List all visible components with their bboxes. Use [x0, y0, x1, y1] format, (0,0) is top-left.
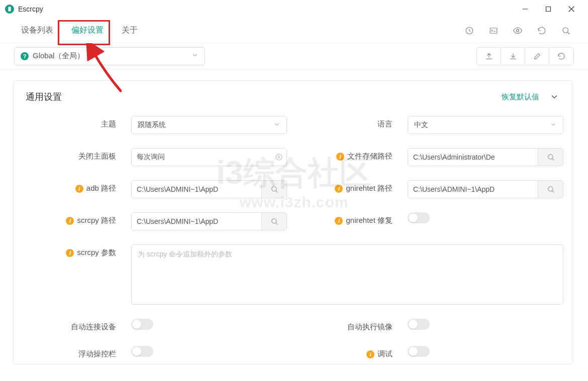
history-icon[interactable] — [464, 26, 474, 36]
auto-mirror-toggle[interactable] — [408, 319, 430, 330]
language-select[interactable]: 中文 — [408, 116, 563, 134]
reset-defaults-button[interactable]: 恢复默认值 — [502, 92, 539, 102]
chevron-down-icon — [273, 121, 280, 130]
close-panel-label: 关闭主面板 — [26, 148, 116, 161]
refresh-icon[interactable] — [537, 26, 547, 36]
float-bar-label: 浮动操控栏 — [26, 346, 116, 359]
auto-mirror-label: 自动执行镜像 — [302, 319, 393, 332]
info-icon: i — [366, 350, 374, 358]
svg-rect-2 — [546, 7, 551, 12]
close-panel-select[interactable] — [131, 148, 287, 166]
theme-label: 主题 — [26, 116, 116, 129]
svg-line-9 — [567, 32, 569, 34]
titlebar: Escrcpy — [0, 0, 588, 18]
app-title: Escrcpy — [18, 5, 43, 13]
toolbar-icons — [464, 26, 576, 36]
close-panel-input[interactable] — [132, 149, 271, 166]
info-icon: i — [75, 185, 83, 193]
scrcpy-path-label: iscrcpy 路径 — [26, 212, 116, 225]
clear-icon[interactable] — [271, 149, 286, 166]
reload-button[interactable] — [549, 48, 573, 65]
export-button[interactable] — [477, 48, 501, 65]
float-bar-toggle[interactable] — [131, 346, 153, 357]
close-button[interactable] — [560, 0, 583, 18]
adb-path-label: iadb 路径 — [26, 180, 116, 193]
section-header: 通用设置 恢复默认值 — [26, 91, 560, 103]
info-icon: i — [66, 217, 74, 225]
info-icon: i — [335, 185, 343, 193]
section-title: 通用设置 — [26, 91, 62, 103]
import-button[interactable] — [501, 48, 525, 65]
svg-line-14 — [275, 191, 277, 192]
chevron-down-icon — [191, 52, 199, 60]
file-path-input[interactable] — [408, 149, 538, 166]
app-icon — [5, 5, 14, 14]
scrcpy-path-input-group — [131, 212, 287, 230]
scopebar: ? Global（全局） — [0, 43, 588, 69]
scrcpy-args-label: iscrcpy 参数 — [26, 244, 116, 258]
file-path-label: i文件存储路径 — [302, 148, 393, 161]
scope-label: Global（全局） — [33, 51, 84, 61]
svg-rect-0 — [9, 7, 11, 12]
gnirehtet-fix-toggle[interactable] — [408, 212, 430, 223]
tab-preferences[interactable]: 偏好设置 — [62, 21, 113, 40]
debug-label: i调试 — [302, 346, 393, 359]
scrcpy-args-textarea[interactable] — [131, 244, 563, 305]
form-grid: 主题 跟随系统 语言 中文 关闭主面板 — [26, 116, 560, 359]
tab-about[interactable]: 关于 — [113, 21, 147, 40]
scope-actions — [476, 47, 574, 65]
eye-icon[interactable] — [513, 26, 523, 36]
gnirehtet-path-input-group — [408, 180, 563, 198]
tabbar: 设备列表 偏好设置 关于 — [0, 18, 588, 43]
file-path-input-group — [408, 148, 563, 166]
chevron-down-icon — [550, 121, 557, 130]
collapse-icon[interactable] — [548, 92, 560, 101]
window-controls — [514, 0, 583, 18]
info-icon: i — [336, 153, 344, 161]
browse-icon[interactable] — [261, 181, 286, 198]
language-label: 语言 — [302, 116, 393, 129]
search-icon[interactable] — [561, 26, 571, 36]
content-scroll[interactable]: 通用设置 恢复默认值 主题 跟随系统 语言 中文 关闭主面板 — [0, 70, 588, 381]
tab-devices[interactable]: 设备列表 — [12, 21, 62, 40]
info-icon: i — [335, 217, 343, 225]
auto-connect-toggle[interactable] — [131, 319, 153, 330]
general-section: 通用设置 恢复默认值 主题 跟随系统 语言 中文 关闭主面板 — [13, 80, 573, 364]
phone-icon — [7, 6, 13, 12]
svg-point-7 — [517, 29, 519, 32]
scope-select[interactable]: ? Global（全局） — [14, 47, 205, 65]
gnirehtet-path-label: ignirehtet 路径 — [302, 180, 393, 193]
scrcpy-path-input[interactable] — [132, 213, 261, 230]
browse-icon[interactable] — [261, 213, 286, 230]
edit-button[interactable] — [525, 48, 549, 65]
browse-icon[interactable] — [538, 181, 563, 198]
theme-select[interactable]: 跟随系统 — [131, 116, 287, 134]
terminal-icon[interactable] — [488, 26, 499, 36]
svg-line-18 — [275, 223, 277, 224]
minimize-button[interactable] — [514, 0, 537, 18]
maximize-button[interactable] — [537, 0, 560, 18]
auto-connect-label: 自动连接设备 — [26, 319, 116, 332]
svg-line-16 — [552, 191, 553, 192]
info-icon: i — [66, 249, 74, 257]
question-icon: ? — [21, 52, 29, 60]
debug-toggle[interactable] — [408, 346, 430, 357]
browse-icon[interactable] — [538, 149, 563, 166]
adb-path-input-group — [131, 180, 287, 198]
svg-rect-6 — [490, 28, 497, 33]
svg-line-12 — [552, 159, 553, 160]
gnirehtet-fix-label: ignirehtet 修复 — [302, 212, 393, 225]
adb-path-input[interactable] — [132, 181, 261, 198]
gnirehtet-path-input[interactable] — [408, 181, 538, 198]
